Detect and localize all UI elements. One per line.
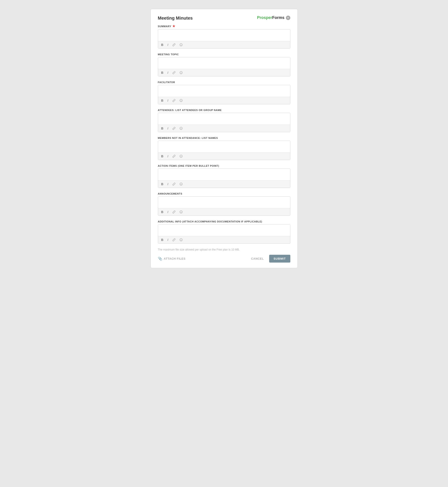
editor-input-summary[interactable]: [158, 29, 290, 40]
fields-container: SUMMARY ★BIMEETING TOPICBIFACILITATORBIA…: [158, 24, 290, 244]
logo-prosper: Prosper: [257, 15, 272, 20]
field-label-members_not_in_attendance: MEMBERS NOT IN ATTENDANCE: LIST NAMES: [158, 137, 290, 139]
emoji-button[interactable]: [179, 154, 184, 158]
field-group-meeting_topic: MEETING TOPICBI: [158, 53, 290, 77]
italic-button[interactable]: I: [167, 71, 169, 75]
editor-wrapper-meeting_topic: BI: [158, 57, 290, 77]
attach-icon: 📎: [158, 257, 163, 261]
logo-forms: Forms: [272, 15, 284, 20]
editor-input-additional_info[interactable]: [158, 224, 290, 235]
field-label-attendees: ATTENDEES: LIST ATTENDEES OR GROUP NAME: [158, 109, 290, 111]
field-group-additional_info: ADDITIONAL INFO (ATTACH ACCOMPANYING DOC…: [158, 220, 290, 244]
form-container: Meeting Minutes Prosper Forms × SUMMARY …: [151, 9, 298, 268]
link-button[interactable]: [171, 43, 176, 47]
svg-point-0: [180, 43, 182, 46]
required-star: ★: [171, 24, 175, 28]
link-button[interactable]: [171, 71, 176, 75]
field-label-announcements: ANNOUNCEMENTS: [158, 192, 290, 195]
field-label-summary: SUMMARY ★: [158, 24, 290, 28]
editor-wrapper-members_not_in_attendance: BI: [158, 141, 290, 160]
attach-files-button[interactable]: 📎 ATTACH FILES: [158, 257, 185, 261]
italic-button[interactable]: I: [167, 154, 169, 158]
svg-point-6: [180, 99, 182, 102]
italic-button[interactable]: I: [167, 238, 169, 242]
toolbar-summary: BI: [158, 41, 290, 48]
title-block: Meeting Minutes: [158, 15, 193, 21]
field-group-members_not_in_attendance: MEMBERS NOT IN ATTENDANCE: LIST NAMESBI: [158, 137, 290, 160]
editor-input-announcements[interactable]: [158, 196, 290, 207]
toolbar-attendees: BI: [158, 125, 290, 132]
file-size-note: The maximum file size allowed per upload…: [158, 248, 290, 251]
footer-actions: 📎 ATTACH FILES CANCEL SUBMIT: [158, 255, 290, 263]
field-group-attendees: ATTENDEES: LIST ATTENDEES OR GROUP NAMEB…: [158, 109, 290, 132]
submit-button[interactable]: SUBMIT: [269, 255, 290, 263]
emoji-button[interactable]: [179, 210, 184, 214]
editor-wrapper-action_items: BI: [158, 168, 290, 188]
field-label-action_items: ACTION ITEMS (ONE ITEM PER BULLET POINT): [158, 165, 290, 167]
cancel-button[interactable]: CANCEL: [248, 255, 266, 262]
editor-input-action_items[interactable]: [158, 169, 290, 180]
form-title: Meeting Minutes: [158, 15, 193, 21]
link-button[interactable]: [171, 126, 176, 130]
field-label-meeting_topic: MEETING TOPIC: [158, 53, 290, 56]
svg-point-3: [180, 71, 182, 74]
italic-button[interactable]: I: [167, 210, 169, 214]
italic-button[interactable]: I: [167, 182, 169, 186]
bold-button[interactable]: B: [160, 98, 164, 103]
emoji-button[interactable]: [179, 182, 184, 186]
emoji-button[interactable]: [179, 99, 184, 102]
italic-button[interactable]: I: [167, 98, 169, 103]
editor-wrapper-summary: BI: [158, 29, 290, 49]
emoji-button[interactable]: [179, 71, 184, 75]
field-group-summary: SUMMARY ★BI: [158, 24, 290, 49]
link-button[interactable]: [171, 99, 176, 102]
toolbar-announcements: BI: [158, 208, 290, 216]
link-button[interactable]: [171, 238, 176, 242]
toolbar-facilitator: BI: [158, 97, 290, 104]
toolbar-members_not_in_attendance: BI: [158, 152, 290, 160]
emoji-button[interactable]: [179, 43, 184, 47]
bold-button[interactable]: B: [160, 71, 164, 75]
emoji-button[interactable]: [179, 126, 184, 130]
bold-button[interactable]: B: [160, 182, 164, 186]
editor-wrapper-attendees: BI: [158, 113, 290, 132]
toolbar-action_items: BI: [158, 180, 290, 188]
editor-input-facilitator[interactable]: [158, 85, 290, 96]
close-button[interactable]: ×: [286, 16, 290, 20]
svg-point-15: [180, 183, 182, 185]
action-buttons: CANCEL SUBMIT: [248, 255, 290, 263]
field-label-additional_info: ADDITIONAL INFO (ATTACH ACCOMPANYING DOC…: [158, 220, 290, 223]
svg-point-9: [180, 127, 182, 130]
editor-input-members_not_in_attendance[interactable]: [158, 141, 290, 152]
field-group-facilitator: FACILITATORBI: [158, 81, 290, 104]
logo-wrapper: Prosper Forms ×: [257, 15, 290, 20]
link-button[interactable]: [171, 154, 176, 158]
editor-input-meeting_topic[interactable]: [158, 57, 290, 68]
footer-area: The maximum file size allowed per upload…: [158, 248, 290, 263]
editor-wrapper-additional_info: BI: [158, 224, 290, 244]
bold-button[interactable]: B: [160, 126, 164, 131]
form-header: Meeting Minutes Prosper Forms ×: [158, 15, 290, 21]
link-button[interactable]: [171, 182, 176, 186]
italic-button[interactable]: I: [167, 126, 169, 131]
editor-input-attendees[interactable]: [158, 113, 290, 124]
emoji-button[interactable]: [179, 238, 184, 242]
svg-point-21: [180, 238, 182, 241]
attach-label: ATTACH FILES: [164, 257, 185, 260]
bold-button[interactable]: B: [160, 43, 164, 47]
field-group-action_items: ACTION ITEMS (ONE ITEM PER BULLET POINT)…: [158, 165, 290, 188]
field-label-facilitator: FACILITATOR: [158, 81, 290, 84]
link-button[interactable]: [171, 210, 176, 214]
editor-wrapper-facilitator: BI: [158, 85, 290, 104]
bold-button[interactable]: B: [160, 210, 164, 214]
toolbar-additional_info: BI: [158, 236, 290, 244]
toolbar-meeting_topic: BI: [158, 69, 290, 76]
bold-button[interactable]: B: [160, 238, 164, 242]
field-group-announcements: ANNOUNCEMENTSBI: [158, 192, 290, 216]
svg-point-18: [180, 211, 182, 213]
bold-button[interactable]: B: [160, 154, 164, 158]
editor-wrapper-announcements: BI: [158, 196, 290, 216]
svg-point-12: [180, 155, 182, 157]
italic-button[interactable]: I: [167, 43, 169, 47]
